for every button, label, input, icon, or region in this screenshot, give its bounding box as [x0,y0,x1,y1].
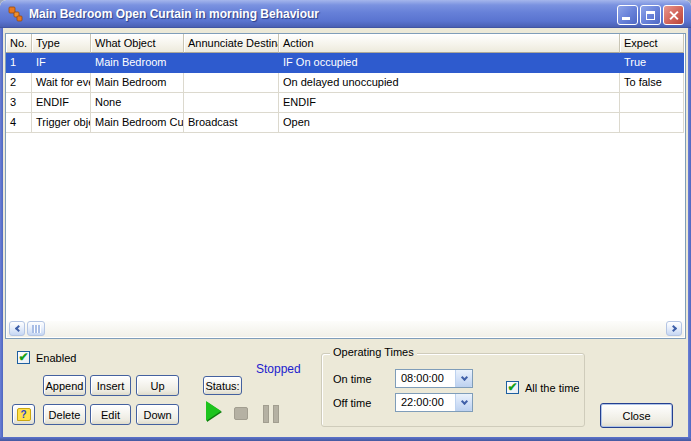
close-button[interactable]: Close [600,403,673,428]
table-cell: Broadcast [184,113,279,133]
insert-button[interactable]: Insert [90,375,131,396]
table-cell: Open [279,113,620,133]
table-cell: Main Bedroom [91,53,184,73]
enabled-label: Enabled [36,352,76,364]
table-cell [184,73,279,93]
horizontal-scrollbar[interactable] [7,321,684,337]
table-cell: True [620,53,684,73]
table-cell [184,93,279,113]
checkbox-box: ✔ [17,351,30,364]
table-row[interactable]: 4Trigger objectMain Bedroom CurtainBroad… [6,113,685,133]
minimize-icon [622,17,630,20]
close-icon [668,10,679,21]
table-cell: IF [32,53,91,73]
table-row[interactable]: 2Wait for eventMain BedroomOn delayed un… [6,73,685,93]
behaviour-dialog-window: Main Bedroom Open Curtain in morning Beh… [0,0,691,441]
titlebar: Main Bedroom Open Curtain in morning Beh… [0,0,691,28]
window-title: Main Bedroom Open Curtain in morning Beh… [29,7,319,21]
table-cell: On delayed unoccupied [279,73,620,93]
grip-icon [32,325,41,333]
pause-icon[interactable] [263,405,279,423]
table-cell: IF On occupied [279,53,620,73]
pause-bar [263,405,269,423]
off-time-combobox[interactable]: 22:00:00 [395,393,473,412]
table-cell: Main Bedroom Curtain [91,113,184,133]
table-cell [620,113,684,133]
delete-button[interactable]: Delete [43,404,86,425]
maximize-button[interactable] [640,5,661,25]
table-cell: Wait for event [32,73,91,93]
operating-times-title: Operating Times [330,346,417,358]
column-header[interactable]: What Object [91,34,184,53]
up-button[interactable]: Up [136,375,179,396]
table-cell [184,53,279,73]
minimize-button[interactable] [617,5,638,25]
dialog-client-area: No.TypeWhat ObjectAnnunciate Destination… [3,28,688,437]
table-body: 1IFMain BedroomIF On occupiedTrue2Wait f… [6,53,685,133]
titlebar-buttons [617,5,684,25]
help-icon: ? [17,408,31,421]
on-time-dropdown-button[interactable] [455,370,472,387]
all-the-time-checkbox[interactable]: ✔ All the time [506,381,579,394]
table-cell: To false [620,73,684,93]
table-cell: Main Bedroom [91,73,184,93]
column-header[interactable]: Action [279,34,620,53]
status-text: Stopped [256,362,301,376]
off-time-label: Off time [333,397,371,409]
table-cell: 3 [6,93,32,113]
table-row[interactable]: 3ENDIFNoneENDIF [6,93,685,113]
table-cell [620,93,684,113]
table-cell: 4 [6,113,32,133]
chevron-left-icon [14,325,21,332]
chevron-down-icon [460,397,467,404]
table-cell: Trigger object [32,113,91,133]
all-the-time-label: All the time [525,382,579,394]
close-window-button[interactable] [663,5,684,25]
on-time-value: 08:00:00 [396,370,455,387]
play-icon[interactable] [206,401,221,421]
checkmark-icon: ✔ [507,381,517,393]
maximize-icon [646,11,655,20]
table-header-row: No.TypeWhat ObjectAnnunciate Destination… [6,34,685,53]
app-icon [8,6,24,22]
table-row[interactable]: 1IFMain BedroomIF On occupiedTrue [6,53,685,73]
checkbox-box: ✔ [506,381,519,394]
checkmark-icon: ✔ [18,351,28,363]
chevron-right-icon [669,325,676,332]
table-cell: 2 [6,73,32,93]
column-header[interactable]: Type [32,34,91,53]
window-border-bottom [0,437,691,441]
off-time-value: 22:00:00 [396,394,455,411]
chevron-down-icon [460,373,467,380]
pause-bar [273,405,279,423]
table-cell: 1 [6,53,32,73]
on-time-combobox[interactable]: 08:00:00 [395,369,473,388]
status-button[interactable]: Status: [203,376,242,395]
stop-icon[interactable] [234,407,248,420]
column-header[interactable]: Annunciate Destination [184,34,279,53]
scroll-left-button[interactable] [9,321,25,336]
on-time-label: On time [333,373,372,385]
table-cell: ENDIF [279,93,620,113]
table-cell: None [91,93,184,113]
down-button[interactable]: Down [136,404,179,425]
off-time-dropdown-button[interactable] [455,394,472,411]
enabled-checkbox[interactable]: ✔ Enabled [17,351,76,364]
help-button[interactable]: ? [12,404,35,425]
column-header[interactable]: Expect [620,34,684,53]
scrollbar-thumb[interactable] [27,321,45,336]
edit-button[interactable]: Edit [90,404,131,425]
behaviour-steps-table[interactable]: No.TypeWhat ObjectAnnunciate Destination… [5,33,686,339]
column-header[interactable]: No. [6,34,32,53]
table-cell: ENDIF [32,93,91,113]
window-border-left [0,28,3,441]
scroll-right-button[interactable] [666,321,682,336]
append-button[interactable]: Append [43,375,86,396]
